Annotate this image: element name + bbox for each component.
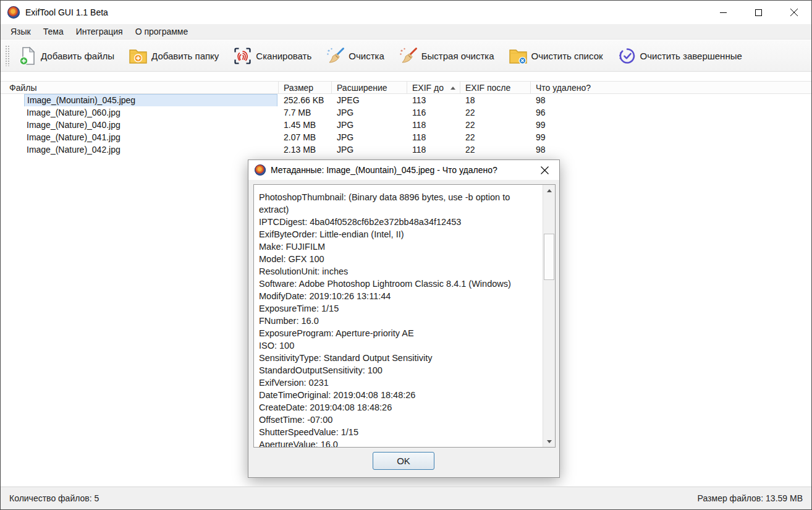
extension-cell: JPG: [332, 131, 407, 143]
window-controls: [706, 1, 811, 24]
scroll-thumb[interactable]: [544, 234, 554, 280]
file-table: Файлы Размер Расширение EXIF до EXIF пос…: [1, 81, 811, 156]
cleanup-label: Очистка: [349, 51, 384, 61]
toolbar: Добавить файлы Добавить папку Сканироват…: [1, 40, 811, 72]
dialog-close-icon: [541, 166, 549, 174]
table-header: Файлы Размер Расширение EXIF до EXIF пос…: [1, 81, 811, 94]
exif-after-cell: 22: [460, 143, 531, 156]
scan-label: Сканировать: [256, 51, 311, 61]
exif-before-cell: 113: [407, 94, 460, 106]
clear-completed-icon: [617, 46, 636, 66]
size-cell: 252.66 KB: [279, 94, 332, 106]
cleanup-button[interactable]: Очистка: [321, 44, 388, 68]
dialog-app-icon: [255, 164, 266, 176]
maximize-icon: [755, 9, 762, 16]
app-window: ExifTool GUI 1.1 Beta Язык Тема Интеграц…: [0, 0, 812, 510]
column-header-extension[interactable]: Расширение: [332, 82, 407, 93]
scroll-up-button[interactable]: [543, 185, 555, 196]
column-header-exif-before[interactable]: EXIF до: [407, 82, 460, 93]
exif-after-cell: 22: [460, 119, 531, 131]
column-header-removed[interactable]: Что удалено?: [531, 82, 811, 93]
scroll-up-icon: [547, 189, 552, 192]
dialog-body: PhotoshopThumbnail: (Binary data 8896 by…: [248, 180, 559, 478]
scan-button[interactable]: Сканировать: [229, 44, 316, 68]
add-files-label: Добавить файлы: [41, 51, 114, 61]
scroll-down-icon: [547, 440, 552, 443]
sort-asc-icon: [450, 87, 455, 90]
size-cell: 2.07 MB: [279, 131, 332, 143]
file-count-status: Количество файлов: 5: [9, 493, 99, 503]
exif-before-cell: 118: [407, 119, 460, 131]
scroll-down-button[interactable]: [543, 436, 555, 447]
table-row[interactable]: Image_(Mountain)_045.jpeg 252.66 KB JPEG…: [1, 94, 811, 106]
maximize-button[interactable]: [741, 1, 776, 24]
table-row[interactable]: Image_(Nature)_060.jpg 7.7 MB JPG 116 22…: [1, 106, 811, 119]
file-name-cell[interactable]: Image_(Nature)_060.jpg: [24, 107, 123, 119]
clear-completed-label: Очистить завершенные: [640, 51, 742, 61]
clear-list-label: Очистить список: [531, 51, 603, 61]
close-icon: [790, 9, 798, 16]
removed-cell: 99: [531, 131, 811, 143]
extension-cell: JPG: [332, 106, 407, 119]
quick-cleanup-label: Быстрая очистка: [421, 51, 494, 61]
file-name-cell[interactable]: Image_(Nature)_042.jpg: [24, 144, 123, 156]
removed-cell: 99: [531, 119, 811, 131]
add-folder-button[interactable]: Добавить папку: [124, 44, 223, 68]
table-row[interactable]: Image_(Nature)_042.jpg 2.13 MB JPG 118 2…: [1, 143, 811, 156]
minimize-button[interactable]: [706, 1, 741, 24]
extension-cell: JPEG: [332, 94, 407, 106]
window-title: ExifTool GUI 1.1 Beta: [25, 7, 108, 17]
scrollbar[interactable]: [543, 185, 555, 447]
table-row[interactable]: Image_(Nature)_040.jpg 1.45 MB JPG 118 2…: [1, 119, 811, 131]
exif-after-cell: 22: [460, 106, 531, 119]
file-name-cell[interactable]: Image_(Nature)_040.jpg: [24, 119, 123, 131]
toolbar-grip[interactable]: [5, 45, 10, 66]
clear-list-icon: [509, 46, 528, 66]
clear-completed-button[interactable]: Очистить завершенные: [613, 44, 746, 68]
metadata-dialog: Метаданные: Image_(Mountain)_045.jpeg - …: [248, 159, 560, 478]
exif-before-cell: 118: [407, 131, 460, 143]
size-cell: 7.7 MB: [279, 106, 332, 119]
menu-language[interactable]: Язык: [4, 24, 37, 39]
add-files-icon: [18, 46, 37, 66]
dialog-title-bar: Метаданные: Image_(Mountain)_045.jpeg - …: [248, 160, 559, 180]
exif-before-cell: 116: [407, 106, 460, 119]
removed-cell: 98: [531, 143, 811, 156]
scan-fingerprint-icon: [233, 46, 252, 66]
ok-button[interactable]: OK: [373, 452, 434, 470]
add-files-button[interactable]: Добавить файлы: [14, 44, 119, 68]
status-bar: Количество файлов: 5 Размер файлов: 13.5…: [1, 487, 811, 509]
broom-blue-icon: [326, 46, 345, 66]
file-name-cell[interactable]: Image_(Nature)_041.jpg: [24, 132, 123, 143]
dialog-title: Метаданные: Image_(Mountain)_045.jpeg - …: [271, 165, 497, 175]
exif-before-cell: 118: [407, 143, 460, 156]
app-icon: [7, 6, 20, 19]
dialog-close-button[interactable]: [532, 160, 557, 180]
broom-red-icon: [399, 46, 418, 66]
removed-cell: 98: [531, 94, 811, 106]
add-folder-icon: [129, 46, 148, 66]
size-cell: 1.45 MB: [279, 119, 332, 131]
menu-bar: Язык Тема Интеграция О программе: [1, 24, 811, 40]
extension-cell: JPG: [332, 143, 407, 156]
title-bar: ExifTool GUI 1.1 Beta: [1, 1, 811, 24]
exif-after-cell: 22: [460, 131, 531, 143]
metadata-text: PhotoshopThumbnail: (Binary data 8896 by…: [254, 185, 543, 447]
quick-cleanup-button[interactable]: Быстрая очистка: [394, 44, 499, 68]
size-cell: 2.13 MB: [279, 143, 332, 156]
close-button[interactable]: [776, 1, 811, 24]
menu-about[interactable]: О программе: [129, 24, 195, 39]
add-folder-label: Добавить папку: [151, 51, 219, 61]
column-header-exif-after[interactable]: EXIF после: [460, 82, 531, 93]
column-header-size[interactable]: Размер: [279, 82, 332, 93]
file-name-cell[interactable]: Image_(Mountain)_045.jpeg: [24, 94, 277, 106]
file-size-status: Размер файлов: 13.59 MB: [698, 493, 803, 503]
menu-theme[interactable]: Тема: [37, 24, 70, 39]
table-row[interactable]: Image_(Nature)_041.jpg 2.07 MB JPG 118 2…: [1, 131, 811, 143]
exif-after-cell: 18: [460, 94, 531, 106]
menu-integration[interactable]: Интеграция: [70, 24, 129, 39]
clear-list-button[interactable]: Очистить список: [504, 44, 607, 68]
column-header-files[interactable]: Файлы: [1, 82, 279, 93]
removed-cell: 96: [531, 106, 811, 119]
minimize-icon: [720, 9, 727, 16]
